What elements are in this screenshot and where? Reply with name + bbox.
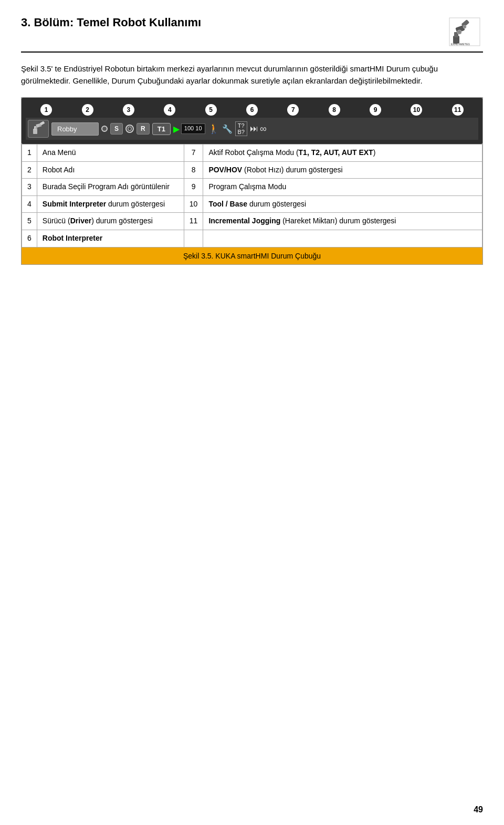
logo-icon: EXPE-AMETEG	[449, 17, 480, 46]
hmi-speed-display: 100 10	[181, 123, 205, 133]
hmi-num-5: 5	[205, 104, 217, 116]
svg-point-14	[39, 125, 41, 127]
figure-caption: Şekil 3.5. KUKA smartHMI Durum Çubuğu	[22, 248, 482, 264]
hmi-play-speed: ▶ 100 10	[173, 123, 205, 133]
table-label-10: Tool / Base durum göstergesi	[203, 195, 482, 213]
hmi-tb-indicator: T? B?	[235, 121, 247, 136]
info-table: 1 Ana Menü 7 Aktif Robot Çalışma Modu (T…	[22, 144, 482, 248]
logo-area: EXPE-AMETEG	[446, 16, 483, 47]
svg-point-13	[35, 127, 37, 129]
hmi-num-6: 6	[246, 104, 258, 116]
page-title: 3. Bölüm: Temel Robot Kullanımı	[21, 16, 201, 29]
table-num-11: 11	[184, 213, 203, 230]
table-label-2: Robot Adı	[37, 161, 184, 179]
table-num-1: 1	[22, 145, 37, 162]
table-row: 1 Ana Menü 7 Aktif Robot Çalışma Modu (T…	[22, 145, 482, 162]
body-paragraph-1: Şekil 3.5' te Endüstriyel Robotun birtak…	[21, 63, 483, 87]
hmi-circle-indicator	[101, 126, 108, 132]
table-label-6: Robot Interpreter	[37, 230, 184, 247]
table-num-6: 6	[22, 230, 37, 247]
table-row: 3 Burada Seçili Program Adı görüntülenir…	[22, 179, 482, 196]
hmi-tool-icon[interactable]: 🔧	[222, 124, 233, 134]
table-empty-num	[184, 230, 203, 247]
hmi-controls-row: Robby S O R T1 ▶ 100 1	[26, 118, 478, 140]
hmi-num-7: 7	[287, 104, 299, 116]
page-number: 49	[474, 805, 483, 814]
table-num-10: 10	[184, 195, 203, 213]
table-label-1: Ana Menü	[37, 145, 184, 162]
hmi-infinity-icon[interactable]: ∞	[260, 123, 267, 135]
table-label-11: Incremental Jogging (Hareket Miktarı) du…	[203, 213, 482, 230]
figure-container: 1 2 3 4 5 6 7 8 9 10 11	[21, 97, 483, 265]
table-row: 5 Sürücü (Driver) durum göstergesi 11 In…	[22, 213, 482, 230]
hmi-s-button[interactable]: S	[110, 123, 123, 135]
table-num-8: 8	[184, 161, 203, 179]
table-num-4: 4	[22, 195, 37, 213]
table-num-2: 2	[22, 161, 37, 179]
table-num-5: 5	[22, 213, 37, 230]
hmi-num-8: 8	[329, 104, 340, 116]
svg-point-6	[457, 30, 461, 34]
hmi-skip-icon[interactable]: ⏭	[250, 124, 257, 133]
svg-text:EXPE-AMETEG: EXPE-AMETEG	[451, 43, 470, 46]
table-label-4: Submit Interpreter durum göstergesi	[37, 195, 184, 213]
hmi-robot-icon[interactable]	[28, 120, 49, 138]
table-label-5: Sürücü (Driver) durum göstergesi	[37, 213, 184, 230]
hmi-num-3: 3	[123, 104, 134, 116]
hmi-numbers-row: 1 2 3 4 5 6 7 8 9 10 11	[26, 102, 478, 118]
table-num-9: 9	[184, 179, 203, 196]
svg-point-7	[463, 25, 466, 28]
table-num-3: 3	[22, 179, 37, 196]
hmi-walk-icon[interactable]: 🚶	[208, 123, 219, 135]
table-label-9: Program Çalışma Modu	[203, 179, 482, 196]
page-header: 3. Bölüm: Temel Robot Kullanımı EXPE-AME…	[21, 16, 483, 53]
hmi-num-11: 11	[452, 104, 464, 116]
hmi-o-indicator[interactable]: O	[125, 125, 134, 133]
hmi-num-10: 10	[411, 104, 422, 116]
table-label-7: Aktif Robot Çalışma Modu (T1, T2, AUT, A…	[203, 145, 482, 162]
table-empty-label	[203, 230, 482, 247]
table-row: 6 Robot Interpreter	[22, 230, 482, 247]
table-num-7: 7	[184, 145, 203, 162]
hmi-play-icon[interactable]: ▶	[173, 124, 180, 134]
hmi-robot-name[interactable]: Robby	[51, 122, 99, 136]
hmi-display: 1 2 3 4 5 6 7 8 9 10 11	[22, 98, 482, 144]
hmi-num-4: 4	[164, 104, 175, 116]
table-label-8: POV/HOV (Robot Hızı) durum göstergesi	[203, 161, 482, 179]
hmi-num-9: 9	[370, 104, 381, 116]
table-row: 4 Submit Interpreter durum göstergesi 10…	[22, 195, 482, 213]
table-label-3: Burada Seçili Program Adı görüntülenir	[37, 179, 184, 196]
hmi-num-2: 2	[82, 104, 93, 116]
table-row: 2 Robot Adı 8 POV/HOV (Robot Hızı) durum…	[22, 161, 482, 179]
hmi-num-1: 1	[40, 104, 52, 116]
hmi-t1-button[interactable]: T1	[152, 123, 171, 135]
hmi-r-button[interactable]: R	[136, 123, 150, 135]
